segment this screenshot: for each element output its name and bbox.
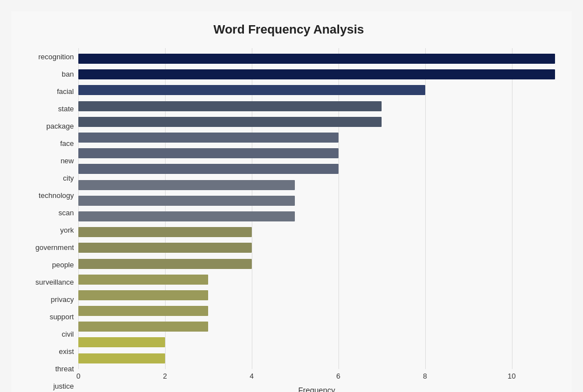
x-axis-label: Frequency <box>78 386 555 392</box>
bar <box>78 69 555 79</box>
y-label: state <box>58 105 74 112</box>
x-tick: 8 <box>423 372 427 380</box>
y-label: new <box>60 157 74 164</box>
bar <box>78 322 208 332</box>
x-tick: 4 <box>250 372 253 380</box>
bar <box>78 211 295 221</box>
y-label: exist <box>59 348 74 355</box>
bar <box>78 85 425 95</box>
y-label: scan <box>59 209 74 216</box>
bar <box>78 164 338 174</box>
y-label: city <box>63 174 74 182</box>
y-label: york <box>60 226 74 234</box>
bar-row <box>78 147 555 159</box>
x-tick: 0 <box>76 372 80 380</box>
bar-row <box>78 320 555 333</box>
bar <box>78 290 208 300</box>
x-axis: 0246810 <box>78 372 555 383</box>
bar-row <box>78 131 555 144</box>
chart-title: Word Frequency Analysis <box>22 22 555 37</box>
bar <box>78 275 208 285</box>
bar <box>78 243 252 253</box>
bar-row <box>78 258 555 270</box>
bar-row <box>78 100 555 112</box>
y-label: people <box>52 261 74 268</box>
bar-row <box>78 305 555 317</box>
bar-row <box>78 210 555 223</box>
y-label: ban <box>62 70 74 78</box>
grid-and-bars <box>78 48 555 369</box>
chart-container: Word Frequency Analysis recognitionbanfa… <box>11 11 572 392</box>
bar-row <box>78 226 555 238</box>
y-label: surveillance <box>35 278 74 286</box>
bar <box>78 196 295 206</box>
x-tick: 6 <box>336 372 340 380</box>
y-label: justice <box>53 382 74 390</box>
bar <box>78 148 338 158</box>
bar-row <box>78 289 555 301</box>
bar-row <box>78 195 555 207</box>
bar-row <box>78 336 555 348</box>
y-label: government <box>35 244 74 251</box>
y-label: facial <box>57 88 74 95</box>
bar <box>78 54 555 64</box>
bar-row <box>78 242 555 254</box>
bar-row <box>78 84 555 96</box>
y-label: threat <box>55 365 74 372</box>
x-tick: 2 <box>163 372 167 380</box>
x-tick: 10 <box>507 372 515 380</box>
bar <box>78 259 252 269</box>
bar-row <box>78 116 555 128</box>
bar-row <box>78 68 555 81</box>
x-axis-wrapper: 0246810 Frequency <box>78 369 555 392</box>
bar <box>78 117 382 127</box>
y-label: face <box>60 140 74 147</box>
bar <box>78 227 252 237</box>
y-label: privacy <box>51 296 74 303</box>
bar-row <box>78 179 555 191</box>
y-label: recognition <box>38 53 74 60</box>
bar <box>78 180 295 190</box>
y-label: support <box>50 313 74 320</box>
y-label: civil <box>62 330 74 338</box>
bar <box>78 337 165 347</box>
bar-row <box>78 273 555 286</box>
bar <box>78 306 208 316</box>
bar-row <box>78 163 555 175</box>
bar-row <box>78 53 555 65</box>
y-label: technology <box>39 192 74 199</box>
bar <box>78 133 338 143</box>
y-label: package <box>46 122 74 130</box>
bar <box>78 353 165 363</box>
bars-container <box>78 48 555 369</box>
bar-row <box>78 352 555 365</box>
bar <box>78 101 382 111</box>
bars-and-grid: 0246810 Frequency <box>78 48 555 392</box>
y-axis-labels: recognitionbanfacialstatepackagefacenewc… <box>22 48 78 392</box>
chart-area: recognitionbanfacialstatepackagefacenewc… <box>22 48 555 392</box>
